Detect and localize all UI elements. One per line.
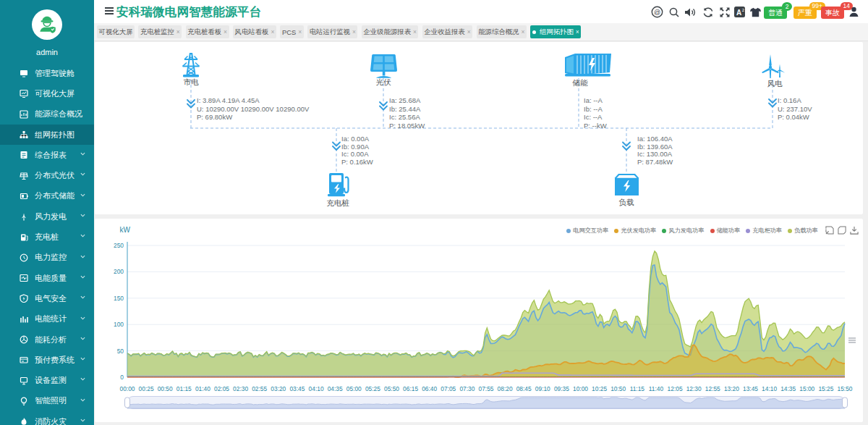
svg-text:光伏: 光伏 [376,77,392,86]
svg-text:P: 87.48kW: P: 87.48kW [637,158,673,166]
svg-text:07:30: 07:30 [459,385,475,392]
svg-text:P: 0.16kW: P: 0.16kW [341,158,373,166]
svg-text:0: 0 [120,374,124,381]
svg-text:Ic: --A: Ic: --A [584,113,603,121]
svg-text:Ib: 0.90A: Ib: 0.90A [341,143,370,151]
svg-text:10:00: 10:00 [573,385,588,392]
svg-text:14:10: 14:10 [762,385,777,392]
svg-text:50: 50 [117,348,124,355]
svg-text:风电: 风电 [767,79,783,88]
svg-text:P: 0.04kW: P: 0.04kW [778,113,809,121]
svg-text:09:10: 09:10 [535,385,550,392]
svg-text:04:35: 04:35 [328,385,343,392]
svg-text:15:00: 15:00 [799,385,814,392]
svg-text:150: 150 [114,295,124,302]
svg-text:200: 200 [114,268,124,275]
svg-text:Ib: 25.44A: Ib: 25.44A [389,105,421,113]
svg-text:Ib: --A: Ib: --A [584,105,603,113]
svg-text:kW: kW [120,226,131,234]
svg-text:05:00: 05:00 [346,385,362,392]
svg-text:250: 250 [114,242,124,249]
svg-text:11:15: 11:15 [630,385,645,392]
svg-text:00:50: 00:50 [158,385,173,392]
svg-text:00:00: 00:00 [120,385,135,392]
svg-text:04:10: 04:10 [309,385,324,392]
svg-text:负载: 负载 [619,198,635,206]
svg-text:05:50: 05:50 [384,385,399,392]
svg-text:02:55: 02:55 [252,385,267,392]
svg-text:Ic: 130.00A: Ic: 130.00A [637,150,673,158]
svg-text:14:35: 14:35 [780,385,796,392]
svg-text:Ia: 0.00A: Ia: 0.00A [341,135,370,143]
svg-text:08:45: 08:45 [516,385,532,392]
svg-text:@: @ [654,9,660,16]
svg-text:I: 3.89A 4.19A 4.45A: I: 3.89A 4.19A 4.45A [197,96,260,104]
svg-text:A: A [736,9,741,17]
svg-text:100: 100 [114,321,124,328]
svg-text:01:40: 01:40 [195,385,210,392]
svg-text:12:05: 12:05 [668,385,683,392]
svg-text:储能: 储能 [572,78,589,87]
svg-text:P: 69.80kW: P: 69.80kW [197,113,232,121]
svg-text:00:25: 00:25 [139,385,154,392]
svg-text:09:35: 09:35 [554,385,569,392]
svg-text:11:40: 11:40 [649,385,664,392]
svg-text:02:05: 02:05 [214,385,229,392]
svg-text:08:20: 08:20 [498,385,513,392]
svg-text:05:25: 05:25 [365,385,380,392]
svg-text:13:20: 13:20 [724,385,739,392]
svg-text:Ic: 0.00A: Ic: 0.00A [341,150,369,158]
svg-text:06:15: 06:15 [403,385,418,392]
svg-text:Ia: 106.40A: Ia: 106.40A [637,135,673,143]
svg-text:U: 10290.00V 10290.00V 10290.0: U: 10290.00V 10290.00V 10290.00V [197,105,310,113]
svg-text:01:15: 01:15 [176,385,192,392]
svg-text:P: 18.05kW: P: 18.05kW [389,122,425,130]
svg-text:03:20: 03:20 [271,385,286,392]
svg-text:06:40: 06:40 [422,385,437,392]
svg-text:市电: 市电 [184,77,200,86]
svg-text:Ia: --A: Ia: --A [584,96,603,104]
svg-text:12:55: 12:55 [705,385,720,392]
svg-text:10:50: 10:50 [610,385,626,392]
svg-text:充电桩: 充电桩 [326,198,349,207]
svg-text:02:30: 02:30 [233,385,248,392]
svg-text:Ib: 139.60A: Ib: 139.60A [637,143,673,151]
svg-text:03:45: 03:45 [289,385,305,392]
svg-text:15:25: 15:25 [818,385,833,392]
svg-text:Ia: 25.68A: Ia: 25.68A [389,96,421,104]
svg-text:07:55: 07:55 [479,385,494,392]
svg-text:15:50: 15:50 [838,385,853,392]
svg-text:13:45: 13:45 [743,385,758,392]
svg-text:12:30: 12:30 [686,385,702,392]
svg-text:P: --kW: P: --kW [584,122,607,130]
svg-text:Ic: 25.56A: Ic: 25.56A [389,113,420,121]
svg-text:I: 0.16A: I: 0.16A [778,96,801,104]
svg-text:07:05: 07:05 [441,385,456,392]
svg-text:10:25: 10:25 [592,385,607,392]
svg-text:U: 237.10V: U: 237.10V [778,105,812,113]
